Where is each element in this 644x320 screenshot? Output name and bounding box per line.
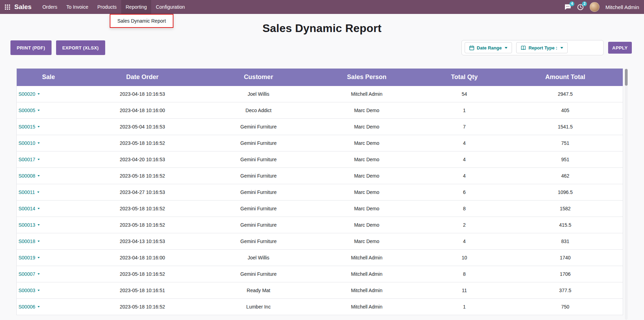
cell-total: 750 [508,299,623,315]
cell-total: 377.5 [508,282,623,299]
cell-customer: Joel Willis [204,86,312,102]
cell-total: 2947.5 [508,86,623,102]
cell-qty: 54 [421,86,508,102]
cell-total: 1096.5 [508,184,623,201]
sale-cell: S00018 [17,233,80,250]
apps-menu-button[interactable] [5,5,10,10]
navbar-right: 4 2 Mitchell Admin [564,2,639,12]
cell-total: 831 [508,233,623,250]
cell-customer: Gemini Furniture [204,184,312,201]
caret-down-icon [38,110,40,111]
table-scrollbar[interactable] [625,68,628,320]
nav-item-products[interactable]: Products [93,0,121,14]
avatar[interactable] [590,2,599,12]
cell-date: 2023-05-18 10:16:52 [80,135,204,151]
dropdown-item-sales-dynamic-report[interactable]: Sales Dynamic Report [110,15,173,27]
cell-customer: Gemini Furniture [204,233,312,250]
sale-order-link[interactable]: S00010 [18,140,40,146]
cell-date: 2023-05-04 10:16:53 [80,119,204,135]
apply-button[interactable]: APPLY [608,42,632,54]
apps-grid-icon [5,5,10,10]
column-header-date-order: Date Order [80,69,204,86]
nav-item-to-invoice[interactable]: To Invoice [62,0,93,14]
column-header-sales-person: Sales Person [312,69,421,86]
cell-date: 2023-04-27 10:16:53 [80,184,204,201]
cell-qty: 8 [421,201,508,217]
sale-cell: S00007 [17,266,80,282]
sale-cell: S00017 [17,151,80,168]
user-name[interactable]: Mitchell Admin [605,4,639,10]
cell-salesperson: Marc Demo [312,233,421,250]
cell-customer: Deco Addict [204,102,312,119]
sale-order-link[interactable]: S00011 [18,189,39,195]
sale-order-link[interactable]: S00013 [18,222,40,228]
cell-customer: Gemini Furniture [204,151,312,168]
cell-salesperson: Mitchell Admin [312,299,421,315]
table-row: S000202023-04-18 10:16:53Joel WillisMitc… [17,86,623,102]
sale-order-link[interactable]: S00014 [18,206,40,211]
caret-down-icon [505,47,507,49]
report-type-dropdown[interactable]: Report Type : [516,42,568,53]
activities-button[interactable]: 2 [577,4,584,10]
sale-order-link[interactable]: S00006 [18,304,40,310]
sale-cell: S00010 [17,135,80,151]
cell-salesperson: Mitchell Admin [312,266,421,282]
caret-down-icon [560,47,563,49]
sale-order-link[interactable]: S00015 [18,124,40,130]
export-xlsx-button[interactable]: EXPORT (XLSX) [56,40,105,55]
cell-customer: Joel Willis [204,250,312,266]
sale-order-link[interactable]: S00003 [18,288,40,293]
sale-order-link[interactable]: S00020 [18,91,40,97]
column-header-customer: Customer [204,69,312,86]
print-pdf-button[interactable]: PRINT (PDF) [10,40,52,55]
cell-date: 2023-04-18 10:16:00 [80,102,204,119]
cell-customer: Ready Mat [204,282,312,299]
app-brand[interactable]: Sales [14,3,32,11]
table-row: S000082023-05-18 10:16:52Gemini Furnitur… [17,168,623,184]
sale-order-link[interactable]: S00017 [18,157,40,162]
caret-down-icon [38,306,40,307]
cell-salesperson: Marc Demo [312,168,421,184]
cell-qty: 11 [421,282,508,299]
report-type-label: Report Type : [528,45,557,50]
cell-salesperson: Marc Demo [312,102,421,119]
scrollbar-thumb[interactable] [625,69,628,86]
sale-order-link[interactable]: S00008 [18,173,40,179]
cell-salesperson: Marc Demo [312,217,421,233]
cell-date: 2023-04-20 10:16:53 [80,151,204,168]
cell-qty: 10 [421,250,508,266]
sale-order-link[interactable]: S00019 [18,255,40,260]
column-header-total-qty: Total Qty [421,69,508,86]
caret-down-icon [38,175,40,177]
sale-cell: S00005 [17,102,80,119]
nav-item-configuration[interactable]: Configuration [151,0,189,14]
report-table: SaleDate OrderCustomerSales PersonTotal … [16,68,623,315]
date-range-dropdown[interactable]: Date Range [465,42,512,53]
table-row: S000142023-05-18 10:16:52Gemini Furnitur… [17,201,623,217]
sale-order-link[interactable]: S00007 [18,271,40,277]
table-row: S000152023-05-04 10:16:53Gemini Furnitur… [17,119,623,135]
caret-down-icon [38,93,40,95]
nav-item-orders[interactable]: Orders [38,0,62,14]
cell-customer: Lumber Inc [204,299,312,315]
sale-cell: S00015 [17,119,80,135]
book-icon [521,45,526,50]
cell-salesperson: Mitchell Admin [312,250,421,266]
sale-cell: S00013 [17,217,80,233]
cell-total: 415.5 [508,217,623,233]
caret-down-icon [38,126,40,127]
caret-down-icon [38,142,40,144]
sale-order-link[interactable]: S00005 [18,108,40,113]
cell-total: 751 [508,135,623,151]
messages-button[interactable]: 4 [564,4,571,10]
caret-down-icon [38,159,40,160]
caret-down-icon [38,257,40,258]
table-row: S000072023-05-18 10:16:52Gemini Furnitur… [17,266,623,282]
nav-item-reporting[interactable]: Reporting [121,0,152,14]
cell-total: 1582 [508,201,623,217]
sale-cell: S00006 [17,299,80,315]
messages-badge: 4 [569,1,574,6]
sale-order-link[interactable]: S00018 [18,239,40,244]
table-row: S000102023-05-18 10:16:52Gemini Furnitur… [17,135,623,151]
main-content: Sales Dynamic Report PRINT (PDF) EXPORT … [0,22,644,315]
